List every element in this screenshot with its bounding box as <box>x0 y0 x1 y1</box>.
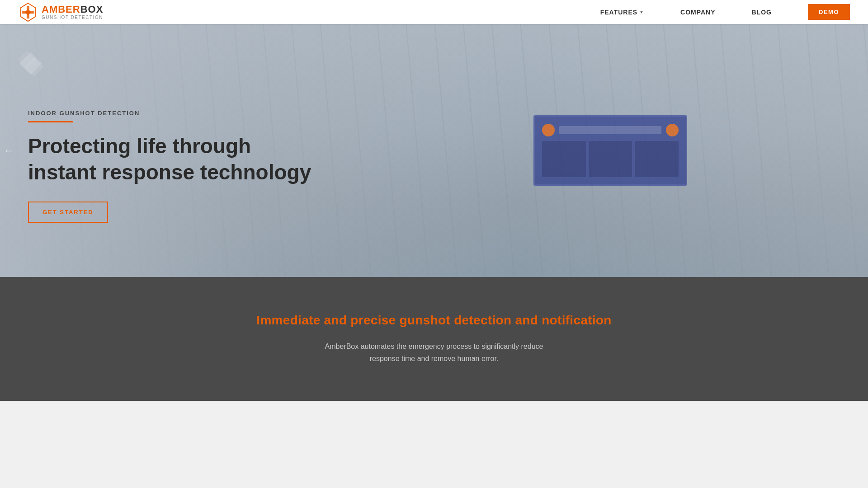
logo-icon <box>18 2 38 22</box>
demo-button[interactable]: DEMO <box>808 4 850 20</box>
hero-headline: Protecting life through instant response… <box>28 133 311 185</box>
nav-features[interactable]: FEATURES ▼ <box>600 9 644 16</box>
board-panel-1 <box>542 141 586 177</box>
get-started-button[interactable]: GET STARTED <box>28 202 108 223</box>
nav-company[interactable]: COMPANY <box>680 9 716 16</box>
board-circle-right <box>666 124 679 136</box>
svg-rect-3 <box>25 9 31 15</box>
logo[interactable]: AMBERBOX Gunshot Detection <box>18 2 103 22</box>
navbar: AMBERBOX Gunshot Detection FEATURES ▼ CO… <box>0 0 868 24</box>
hero-eyebrow: INDOOR GUNSHOT DETECTION <box>28 110 311 117</box>
nav-links: FEATURES ▼ COMPANY BLOG DEMO <box>600 4 850 20</box>
board-panel-3 <box>635 141 679 177</box>
airport-board <box>533 115 687 186</box>
board-header <box>542 124 679 136</box>
board-container <box>533 115 687 186</box>
board-panel-2 <box>589 141 632 177</box>
hero-watermark <box>14 47 54 89</box>
nav-blog[interactable]: BLOG <box>752 9 772 16</box>
bottom-section <box>0 401 868 488</box>
hero-content: INDOOR GUNSHOT DETECTION Protecting life… <box>28 110 311 223</box>
logo-sub-text: Gunshot Detection <box>42 15 103 20</box>
board-circle-left <box>542 124 555 136</box>
features-dropdown-arrow: ▼ <box>639 9 644 14</box>
logo-text: AMBERBOX Gunshot Detection <box>42 5 103 20</box>
watermark-icon <box>14 47 54 87</box>
hero-section: ← INDOOR GUNSHOT DETECTION Protecting li… <box>0 24 868 277</box>
info-body: AmberBox automates the emergency process… <box>321 340 547 365</box>
info-headline: Immediate and precise gunshot detection … <box>18 313 850 328</box>
board-grid <box>542 141 679 177</box>
hero-divider <box>28 121 73 122</box>
hero-prev-arrow[interactable]: ← <box>0 139 18 162</box>
info-section: Immediate and precise gunshot detection … <box>0 277 868 401</box>
logo-main-text: AMBERBOX <box>42 5 103 14</box>
